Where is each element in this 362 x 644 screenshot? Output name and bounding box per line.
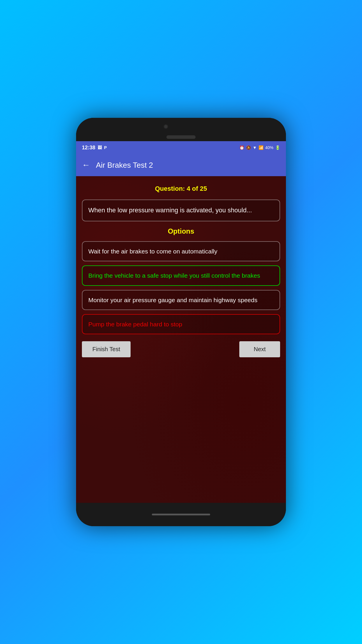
mute-icon: 🔕 (246, 145, 251, 150)
gallery-icon: 🖼 (98, 145, 102, 150)
action-buttons-row: Finish Test Next (82, 338, 280, 360)
status-icons-group: ⏰ 🔕 ▼ 📶 40% 🔋 (239, 145, 280, 150)
toolbar-title: Air Brakes Test 2 (96, 161, 153, 170)
question-text: When the low pressure warning is activat… (88, 206, 252, 214)
parking-icon: P (104, 145, 107, 150)
option-3[interactable]: Monitor your air pressure gauge and main… (82, 290, 280, 310)
speaker-grille (166, 135, 196, 139)
status-bar: 12:38 🖼 P ⏰ 🔕 ▼ 📶 40% 🔋 (76, 141, 286, 154)
main-content: Question: 4 of 25 When the low pressure … (76, 176, 286, 503)
home-indicator[interactable] (152, 514, 210, 515)
option-1[interactable]: Wait for the air brakes to come on autom… (82, 241, 280, 261)
phone-top-bezel (76, 118, 286, 141)
option-1-text: Wait for the air brakes to come on autom… (88, 248, 217, 255)
options-label: Options (82, 225, 280, 237)
signal-icon: 📶 (259, 145, 263, 150)
time-display: 12:38 (82, 145, 95, 151)
status-time: 12:38 🖼 P (82, 145, 107, 151)
question-number: Question: 4 of 25 (82, 182, 280, 195)
question-box: When the low pressure warning is activat… (82, 200, 280, 221)
alarm-icon: ⏰ (239, 145, 244, 150)
app-toolbar: ← Air Brakes Test 2 (76, 154, 286, 176)
wifi-icon: ▼ (253, 145, 257, 150)
option-2-text: Bring the vehicle to a safe stop while y… (88, 272, 260, 279)
option-4-text: Pump the brake pedal hard to stop (88, 321, 182, 328)
battery-display: 40% (265, 145, 273, 150)
option-4[interactable]: Pump the brake pedal hard to stop (82, 314, 280, 334)
finish-test-button[interactable]: Finish Test (82, 341, 131, 357)
camera-icon (164, 124, 168, 129)
option-2[interactable]: Bring the vehicle to a safe stop while y… (82, 265, 280, 286)
phone-bottom-bezel (76, 503, 286, 526)
phone-frame: 12:38 🖼 P ⏰ 🔕 ▼ 📶 40% 🔋 ← Air Brakes Tes… (76, 118, 286, 526)
battery-icon: 🔋 (275, 145, 280, 150)
option-3-text: Monitor your air pressure gauge and main… (88, 297, 257, 303)
back-button[interactable]: ← (82, 160, 90, 170)
screen: 12:38 🖼 P ⏰ 🔕 ▼ 📶 40% 🔋 ← Air Brakes Tes… (76, 141, 286, 503)
next-button[interactable]: Next (239, 341, 280, 357)
